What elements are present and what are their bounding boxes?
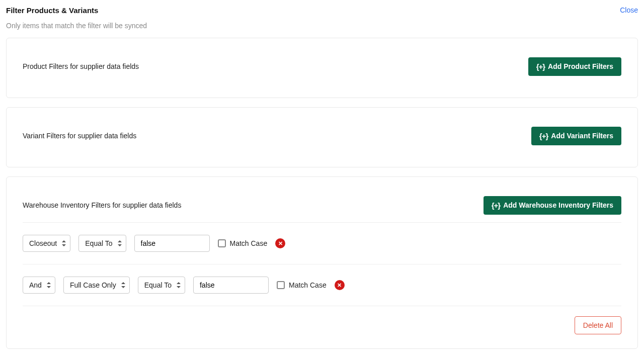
logic-select-value: And — [29, 281, 42, 289]
add-variant-filters-label: Add Variant Filters — [551, 132, 613, 140]
sort-icon — [177, 282, 181, 288]
add-warehouse-filters-label: Add Warehouse Inventory Filters — [503, 201, 613, 209]
sort-icon — [121, 282, 125, 288]
match-case-label: Match Case — [230, 239, 268, 247]
product-filters-label: Product Filters for supplier data fields — [23, 62, 139, 70]
field-select-value: Full Case Only — [70, 281, 116, 289]
remove-filter-button[interactable]: ✕ — [275, 238, 285, 248]
match-case-label: Match Case — [289, 281, 327, 289]
remove-filter-button[interactable]: ✕ — [335, 280, 345, 290]
match-case-checkbox[interactable] — [218, 239, 226, 247]
delete-all-button[interactable]: Delete All — [575, 316, 621, 334]
add-icon: {+} — [492, 201, 500, 210]
add-product-filters-button[interactable]: {+} Add Product Filters — [528, 57, 621, 76]
product-filters-card: Product Filters for supplier data fields… — [6, 38, 638, 98]
add-icon: {+} — [539, 132, 548, 140]
page-title: Filter Products & Variants — [6, 6, 98, 15]
add-product-filters-label: Add Product Filters — [548, 62, 613, 70]
sort-icon — [118, 240, 122, 246]
value-input[interactable] — [193, 277, 269, 294]
sort-icon — [62, 240, 66, 246]
warehouse-filters-card: Warehouse Inventory Filters for supplier… — [6, 176, 638, 349]
operator-select-value: Equal To — [144, 281, 172, 289]
close-icon: ✕ — [337, 283, 342, 288]
variant-filters-label: Variant Filters for supplier data fields — [23, 132, 136, 140]
value-input[interactable] — [134, 235, 210, 252]
filter-row: Closeout Equal To Match Case ✕ — [23, 223, 621, 264]
filter-row: And Full Case Only Equal To Match Case ✕ — [23, 264, 621, 306]
logic-select[interactable]: And — [23, 277, 55, 294]
field-select-value: Closeout — [29, 239, 57, 247]
field-select[interactable]: Closeout — [23, 235, 70, 252]
sort-icon — [47, 282, 51, 288]
page-subtitle: Only items that match the filter will be… — [6, 22, 638, 30]
close-icon: ✕ — [278, 241, 283, 246]
field-select[interactable]: Full Case Only — [63, 277, 130, 294]
close-link[interactable]: Close — [620, 6, 638, 14]
warehouse-filters-label: Warehouse Inventory Filters for supplier… — [23, 201, 181, 209]
variant-filters-card: Variant Filters for supplier data fields… — [6, 107, 638, 167]
add-warehouse-filters-button[interactable]: {+} Add Warehouse Inventory Filters — [484, 196, 621, 215]
operator-select-value: Equal To — [85, 239, 112, 247]
operator-select[interactable]: Equal To — [78, 235, 126, 252]
match-case-checkbox[interactable] — [277, 281, 285, 289]
operator-select[interactable]: Equal To — [138, 277, 185, 294]
add-variant-filters-button[interactable]: {+} Add Variant Filters — [531, 127, 621, 145]
add-icon: {+} — [536, 62, 545, 71]
